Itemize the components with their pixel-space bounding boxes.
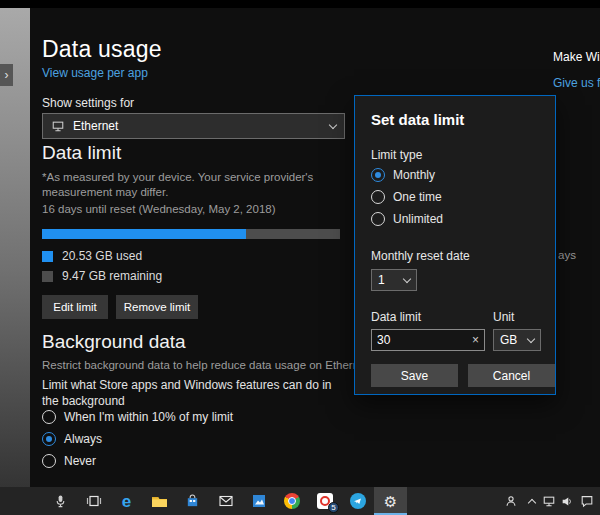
radio-one-time[interactable]: One time bbox=[371, 190, 442, 204]
notification-badge: 5 bbox=[328, 502, 339, 513]
ethernet-icon bbox=[51, 120, 65, 133]
radio-monthly[interactable]: Monthly bbox=[371, 168, 435, 182]
gear-icon: ⚙ bbox=[384, 494, 397, 509]
tray-network-button[interactable] bbox=[540, 487, 558, 515]
taskbar: e bbox=[0, 487, 600, 515]
radio-label: Never bbox=[64, 454, 96, 468]
screen: › Data usage View usage per app Make Win… bbox=[0, 0, 600, 515]
data-limit-input[interactable] bbox=[377, 333, 468, 347]
radio-icon bbox=[42, 410, 56, 424]
unit-field-label: Unit bbox=[493, 310, 514, 324]
tray-people-button[interactable] bbox=[498, 487, 524, 515]
radio-icon bbox=[371, 212, 385, 226]
view-usage-per-app-link[interactable]: View usage per app bbox=[42, 66, 148, 80]
volume-icon bbox=[560, 495, 574, 508]
edge-icon: e bbox=[122, 493, 131, 510]
taskbar-settings-button[interactable]: ⚙ bbox=[374, 487, 407, 515]
radio-label: When I'm within 10% of my limit bbox=[64, 410, 233, 424]
taskbar-task-view-button[interactable] bbox=[77, 487, 110, 515]
reset-info: 16 days until reset (Wednesday, May 2, 2… bbox=[42, 202, 276, 217]
dialog-title: Set data limit bbox=[371, 111, 464, 128]
radio-label: Always bbox=[64, 432, 102, 446]
radio-icon bbox=[42, 432, 56, 446]
remaining-legend: 9.47 GB remaining bbox=[42, 269, 162, 283]
tray-action-center-button[interactable] bbox=[576, 487, 598, 515]
give-us-feedback-link[interactable]: Give us feed bbox=[553, 76, 600, 90]
network-select-value: Ethernet bbox=[73, 119, 322, 133]
tray-volume-button[interactable] bbox=[558, 487, 576, 515]
taskbar-telegram-button[interactable] bbox=[341, 487, 374, 515]
photos-icon bbox=[251, 493, 267, 509]
store-icon bbox=[185, 493, 200, 509]
people-icon bbox=[504, 494, 518, 508]
page-title: Data usage bbox=[42, 36, 162, 63]
radio-label: One time bbox=[393, 190, 442, 204]
chevron-down-icon bbox=[329, 120, 337, 128]
taskbar-photos-button[interactable] bbox=[242, 487, 275, 515]
data-limit-field-label: Data limit bbox=[371, 310, 421, 324]
remove-limit-button[interactable]: Remove limit bbox=[116, 295, 198, 319]
background-data-description: Restrict background data to help reduce … bbox=[42, 358, 372, 373]
taskbar-chrome-button[interactable] bbox=[275, 487, 308, 515]
left-edge-arrow[interactable]: › bbox=[0, 64, 13, 86]
action-center-icon bbox=[580, 494, 594, 508]
radio-unlimited[interactable]: Unlimited bbox=[371, 212, 443, 226]
file-explorer-icon bbox=[151, 494, 168, 509]
network-icon bbox=[542, 495, 556, 508]
mic-icon bbox=[53, 493, 68, 509]
chevron-down-icon bbox=[527, 334, 535, 342]
taskbar-mail-button[interactable] bbox=[209, 487, 242, 515]
radio-icon bbox=[371, 168, 385, 182]
network-select[interactable]: Ethernet bbox=[42, 113, 345, 139]
save-button[interactable]: Save bbox=[371, 364, 458, 387]
radio-never[interactable]: Never bbox=[42, 454, 96, 468]
limit-type-label: Limit type bbox=[371, 148, 422, 162]
tray-show-hidden-icons-button[interactable] bbox=[524, 487, 540, 515]
telegram-icon bbox=[350, 493, 366, 509]
taskbar-mic-button[interactable] bbox=[44, 487, 77, 515]
clear-input-icon[interactable]: × bbox=[472, 333, 479, 347]
used-swatch-icon bbox=[42, 251, 53, 262]
radio-label: Unlimited bbox=[393, 212, 443, 226]
used-legend: 20.53 GB used bbox=[42, 249, 142, 263]
reset-date-select[interactable]: 1 bbox=[371, 269, 417, 291]
radio-icon bbox=[371, 190, 385, 204]
data-limit-heading: Data limit bbox=[42, 142, 121, 164]
radio-always[interactable]: Always bbox=[42, 432, 102, 446]
usage-bar-fill bbox=[42, 229, 246, 239]
taskbar-edge-button[interactable]: e bbox=[110, 487, 143, 515]
cancel-button[interactable]: Cancel bbox=[468, 364, 555, 387]
background-limit-question: Limit what Store apps and Windows featur… bbox=[42, 377, 350, 409]
remaining-swatch-icon bbox=[42, 271, 53, 282]
unit-select-value: GB bbox=[500, 333, 522, 347]
background-data-heading: Background data bbox=[42, 331, 186, 353]
reset-date-label: Monthly reset date bbox=[371, 249, 470, 263]
reset-date-value: 1 bbox=[378, 273, 398, 287]
usage-bar bbox=[42, 229, 340, 239]
set-data-limit-dialog: Set data limit Limit type Monthly One ti… bbox=[354, 95, 556, 395]
make-windows-better-text: Make Wind bbox=[553, 50, 600, 64]
data-limit-field: × bbox=[371, 329, 485, 351]
taskbar-tray bbox=[498, 487, 598, 515]
taskbar-file-explorer-button[interactable] bbox=[143, 487, 176, 515]
radio-label: Monthly bbox=[393, 168, 435, 182]
obscured-text-fragment: ays bbox=[558, 248, 576, 263]
used-label: 20.53 GB used bbox=[62, 249, 142, 263]
radio-icon bbox=[42, 454, 56, 468]
radio-within-10-percent[interactable]: When I'm within 10% of my limit bbox=[42, 410, 233, 424]
taskbar-badged-app-button[interactable]: 5 bbox=[308, 487, 341, 515]
taskbar-pinned-apps: e bbox=[44, 487, 407, 515]
chevron-right-icon: › bbox=[5, 68, 9, 82]
show-settings-label: Show settings for bbox=[42, 96, 134, 110]
measurement-note: *As measured by your device. Your servic… bbox=[42, 170, 372, 200]
chrome-icon bbox=[284, 493, 300, 509]
task-view-icon bbox=[86, 493, 102, 509]
taskbar-store-button[interactable] bbox=[176, 487, 209, 515]
mail-icon bbox=[218, 494, 234, 508]
edit-limit-button[interactable]: Edit limit bbox=[42, 295, 108, 319]
chevron-down-icon bbox=[403, 274, 411, 282]
unit-select[interactable]: GB bbox=[493, 329, 541, 351]
remaining-label: 9.47 GB remaining bbox=[62, 269, 162, 283]
chevron-up-icon bbox=[528, 498, 536, 506]
